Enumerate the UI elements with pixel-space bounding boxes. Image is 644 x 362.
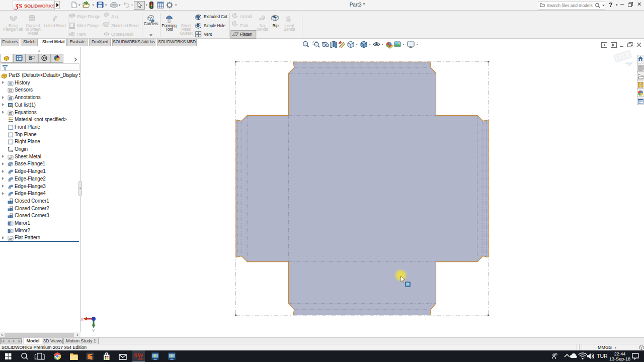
svg-text:Rip: Rip xyxy=(273,23,279,28)
svg-text:Flatten: Flatten xyxy=(240,32,253,37)
svg-text:Corners: Corners xyxy=(144,21,158,26)
svg-text:Hem: Hem xyxy=(77,32,86,37)
svg-text:ƷS: ƷS xyxy=(14,2,22,10)
svg-text:Cross-Break: Cross-Break xyxy=(111,32,134,37)
svg-text:X: X xyxy=(80,317,84,322)
svg-text:Search files and models: Search files and models xyxy=(547,3,593,8)
svg-text:A: A xyxy=(10,97,12,100)
svg-text:Bends: Bends xyxy=(257,27,268,32)
svg-text:Jog: Jog xyxy=(111,14,118,19)
svg-text:Miter Flange: Miter Flange xyxy=(77,23,100,28)
svg-text:TUR: TUR xyxy=(597,353,608,359)
svg-text:SOLIDWORKS: SOLIDWORKS xyxy=(24,4,55,9)
svg-text:Gusset: Gusset xyxy=(180,31,193,36)
svg-text:Fold: Fold xyxy=(240,23,249,28)
svg-text:Unfold: Unfold xyxy=(240,14,253,19)
svg-text:22:44: 22:44 xyxy=(614,351,626,356)
svg-text:Simple Hole: Simple Hole xyxy=(204,23,225,28)
svg-text:Lofted-Bend: Lofted-Bend xyxy=(44,23,66,28)
svg-text:Vent: Vent xyxy=(204,32,212,37)
svg-text:Flange/Tab: Flange/Tab xyxy=(3,27,23,32)
svg-text:Bends: Bends xyxy=(284,27,295,32)
svg-text:2017: 2017 xyxy=(138,357,143,360)
svg-text:Metal: Metal xyxy=(28,31,38,36)
svg-text:Tool: Tool xyxy=(166,27,173,32)
svg-text:Extruded Cut: Extruded Cut xyxy=(204,14,227,19)
svg-text:Edge Flange: Edge Flange xyxy=(77,14,101,19)
svg-text:Sketched Bend: Sketched Bend xyxy=(111,23,139,28)
svg-text:Y: Y xyxy=(92,328,95,333)
svg-text:13-Sep-18: 13-Sep-18 xyxy=(609,356,630,361)
